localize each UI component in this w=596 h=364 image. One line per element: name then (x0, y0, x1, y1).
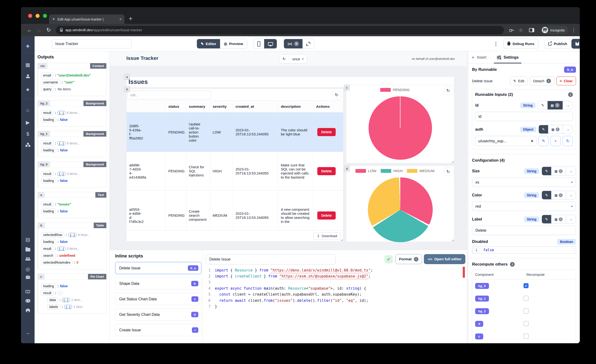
resource-picker-input[interactable]: u/user/my_sup...× (475, 136, 536, 146)
browser-menu-icon[interactable]: ⋮ (571, 27, 576, 33)
inline-script-item[interactable]: Get Severity Chart Datad (115, 308, 201, 321)
table-row[interactable]: a8d96-7-4d2d-4-e4143b8faPENDINGCheck for… (127, 152, 343, 190)
inline-script-item[interactable]: Delete Issueb_a (115, 262, 201, 274)
column-header-status[interactable]: status (165, 101, 186, 112)
workers-eye-icon[interactable]: ◎ (21, 266, 35, 272)
connect-mode-button[interactable]: ▦ (551, 215, 566, 223)
output-card-id[interactable]: a (38, 192, 45, 198)
debug-runs-button[interactable]: Debug Runs (503, 39, 538, 49)
clear-resource-icon[interactable]: × (531, 139, 533, 143)
docs-book-icon[interactable] (21, 290, 35, 294)
password-key-icon[interactable] (509, 29, 513, 31)
app-name-input[interactable] (52, 39, 132, 48)
apps-icon[interactable]: ▦ (21, 62, 35, 68)
column-header-created_at[interactable]: created_at (233, 101, 278, 112)
eval-mode-button[interactable]: → (566, 191, 576, 199)
legend-item[interactable]: MEDIUM (407, 169, 435, 173)
format-button[interactable]: Format (395, 254, 422, 264)
windmill-logo[interactable]: ✦ (21, 42, 35, 50)
inline-script-item[interactable]: Create Issuer (115, 324, 201, 336)
variables-dollar-icon[interactable]: $ (21, 131, 35, 137)
field-value-select[interactable]: xs▾ (472, 178, 576, 187)
static-mode-button[interactable]: ✎ (542, 215, 551, 223)
connect-mode-button[interactable]: ▦ (547, 101, 563, 109)
table-row[interactable]: a0553-e-4d56-d-f7d5c3c2PENDINGCreate sea… (127, 190, 343, 230)
center-layout-button[interactable]: |o| (284, 39, 303, 48)
expand-pill[interactable]: [...] (58, 111, 65, 115)
field-value-select[interactable]: red▾ (472, 202, 576, 211)
connect-mode-button[interactable]: ▦ (551, 167, 566, 175)
column-header-severity[interactable]: severity (210, 101, 233, 112)
column-header-Actions[interactable]: Actions (313, 101, 339, 112)
home-icon[interactable]: ⌂ (21, 107, 35, 113)
detach-button[interactable]: Detach (530, 76, 554, 85)
recompute-checkbox[interactable] (523, 283, 529, 288)
recompute-checkbox[interactable] (523, 321, 529, 326)
chart-refresh-icon[interactable]: ↻ (444, 86, 453, 95)
open-full-editor-button[interactable]: Open full editor (424, 254, 465, 264)
tab-close-icon[interactable]: × (119, 17, 122, 22)
mobile-view-button[interactable] (253, 39, 264, 48)
output-card-id[interactable]: bg_2 (38, 101, 50, 106)
preview-mode-button[interactable]: ◎Preview (220, 39, 247, 48)
resize-handle[interactable] (341, 239, 343, 241)
component-chip-d[interactable]: d (344, 166, 350, 171)
address-bar[interactable]: app.windmill.dev/apps/edit/u/user/issue-… (56, 26, 504, 34)
output-card-id[interactable]: ctx (38, 63, 47, 69)
canvas-refresh-icon[interactable]: ↻ (279, 54, 289, 63)
bookmark-star-icon[interactable]: ☆ (519, 27, 523, 33)
edit-runnable-button[interactable]: ✎Edit (510, 76, 528, 85)
delete-row-button[interactable]: Delete (317, 167, 336, 175)
back-icon[interactable]: ← (25, 27, 34, 33)
static-mode-button[interactable]: ✎ (539, 125, 548, 134)
component-chip-c[interactable]: c (344, 85, 350, 90)
collapse-arrow-icon[interactable]: → (21, 330, 35, 336)
table-component-b[interactable]: b rch... ↻ statussummaryseveritycreated_… (126, 89, 343, 241)
fullwidth-layout-button[interactable] (303, 39, 314, 48)
refresh-resource-button[interactable]: ↻ (563, 136, 573, 146)
desktop-view-button[interactable] (264, 39, 277, 48)
table-search-input[interactable]: rch... (127, 91, 211, 99)
minimize-window-button[interactable] (36, 14, 40, 18)
editor-mode-button[interactable]: ✎Editor (197, 39, 220, 48)
expand-pill[interactable]: [...] (62, 298, 70, 302)
refresh-mode-dropdown[interactable]: once▾ (289, 54, 307, 63)
delete-row-button[interactable]: Delete (317, 128, 336, 136)
runs-play-icon[interactable]: ▶ (21, 120, 35, 125)
collapsed-value-pill[interactable]: - (58, 291, 63, 295)
user-icon[interactable] (21, 74, 35, 79)
column-header-description[interactable]: description (278, 101, 313, 112)
code-editor[interactable]: 1import { Resource } from "https://deno.… (203, 267, 462, 343)
forward-icon[interactable]: → (34, 27, 44, 33)
field-value-input[interactable]: id (475, 112, 573, 121)
edit-resource-button[interactable]: ✎ (538, 136, 549, 146)
eval-mode-button[interactable]: → (563, 125, 573, 134)
script-name-input[interactable] (206, 254, 336, 264)
side-panel-icon[interactable] (529, 28, 534, 32)
inline-script-item[interactable]: Shape Datab (115, 277, 201, 290)
schedules-icon[interactable]: ▤ (21, 237, 35, 242)
component-chip-a[interactable]: a (124, 74, 130, 80)
table-refresh-icon[interactable]: ↻ (332, 91, 341, 99)
resize-handle[interactable] (452, 161, 454, 163)
publish-button[interactable]: Publish (544, 39, 571, 49)
expand-pill[interactable]: [...] (58, 141, 65, 145)
inline-script-item[interactable]: Get Status Chart Datac (115, 293, 201, 305)
github-icon[interactable] (21, 308, 35, 314)
worker-groups-robot-icon[interactable] (21, 275, 35, 280)
save-button[interactable]: Save (571, 39, 580, 49)
field-value-input[interactable]: Delete (472, 226, 576, 235)
column-header-id[interactable] (127, 101, 165, 112)
add-resource-button[interactable]: + (551, 136, 561, 146)
tab-settings[interactable]: Settings (497, 51, 519, 63)
new-tab-button[interactable]: + (129, 15, 133, 22)
component-chip-b[interactable]: b (124, 86, 130, 92)
zoom-window-button[interactable] (43, 14, 47, 18)
discord-icon[interactable] (21, 299, 35, 304)
output-card-id[interactable]: b (38, 223, 45, 228)
expand-pill[interactable]: {...} (68, 233, 76, 237)
close-window-button[interactable] (28, 14, 32, 18)
recompute-checkbox[interactable] (523, 308, 529, 313)
delete-row-button[interactable]: Delete (317, 211, 336, 220)
folders-icon[interactable] (21, 248, 35, 253)
